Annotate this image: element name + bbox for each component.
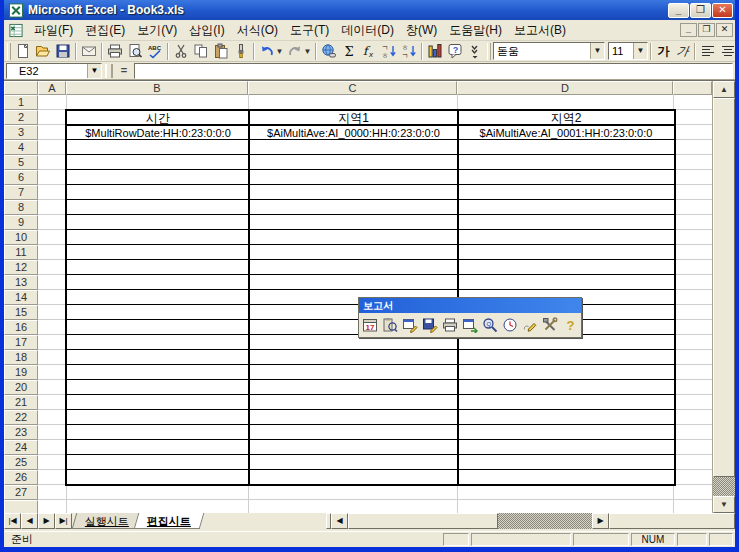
save-icon[interactable] — [53, 41, 73, 61]
row-header-25[interactable]: 25 — [4, 455, 38, 470]
help-icon[interactable]: ? — [445, 41, 465, 61]
open-icon[interactable] — [33, 41, 53, 61]
row-header-13[interactable]: 13 — [4, 275, 38, 290]
print-preview-icon[interactable] — [125, 41, 145, 61]
menu-item[interactable]: 삽입(I) — [183, 20, 230, 41]
report-write-icon[interactable] — [520, 315, 540, 335]
name-box[interactable]: E32 ▼ — [6, 63, 102, 79]
row-header-16[interactable]: 16 — [4, 320, 38, 335]
close-button[interactable]: ✕ — [712, 3, 733, 18]
scroll-right-icon[interactable]: ▶ — [592, 513, 609, 529]
menu-item[interactable]: 편집(E) — [79, 20, 131, 41]
email-icon[interactable] — [79, 41, 99, 61]
formatting-toolbar-grip[interactable] — [487, 43, 491, 60]
redo-icon[interactable]: ▼ — [285, 41, 313, 61]
row-header-11[interactable]: 11 — [4, 245, 38, 260]
chart-wizard-icon[interactable] — [425, 41, 445, 61]
last-sheet-button[interactable]: ▶| — [55, 513, 72, 529]
row-header-26[interactable]: 26 — [4, 470, 38, 485]
font-name-dropdown-icon[interactable]: ▼ — [590, 43, 604, 59]
report-preview-icon[interactable] — [380, 315, 400, 335]
column-header-a[interactable]: A — [38, 81, 66, 95]
row-header-5[interactable]: 5 — [4, 155, 38, 170]
menu-item[interactable]: 파일(F) — [28, 20, 79, 41]
align-left-icon[interactable] — [698, 41, 718, 61]
row-header-24[interactable]: 24 — [4, 440, 38, 455]
standard-toolbar-grip[interactable] — [7, 43, 11, 60]
table-header-cell[interactable]: 지역1 — [249, 111, 458, 125]
font-size-dropdown-icon[interactable]: ▼ — [633, 43, 647, 59]
scroll-left-icon[interactable]: ◀ — [331, 513, 348, 529]
workbook-restore-button[interactable]: ❐ — [698, 23, 715, 37]
menu-item[interactable]: 보고서(B) — [508, 20, 572, 41]
sort-ascending-icon[interactable]: ㄱㅎ — [379, 41, 399, 61]
report-help-icon[interactable]: ? — [560, 315, 580, 335]
report-tools-icon[interactable] — [540, 315, 560, 335]
row-header-22[interactable]: 22 — [4, 410, 38, 425]
row-header-10[interactable]: 10 — [4, 230, 38, 245]
scroll-up-icon[interactable]: ▲ — [713, 81, 735, 98]
column-header-b[interactable]: B — [66, 81, 248, 95]
paste-function-icon[interactable]: fx — [359, 41, 379, 61]
new-workbook-icon[interactable] — [13, 41, 33, 61]
report-open-icon[interactable] — [460, 315, 480, 335]
menu-item[interactable]: 도움말(H) — [443, 20, 508, 41]
row-header-3[interactable]: 3 — [4, 125, 38, 140]
prev-sheet-button[interactable]: ◀ — [21, 513, 38, 529]
report-save-icon[interactable] — [420, 315, 440, 335]
next-sheet-button[interactable]: ▶ — [38, 513, 55, 529]
insert-hyperlink-icon[interactable] — [319, 41, 339, 61]
select-all-corner[interactable] — [4, 81, 38, 95]
column-header[interactable] — [673, 81, 712, 95]
row-header-12[interactable]: 12 — [4, 260, 38, 275]
scroll-down-icon[interactable]: ▼ — [713, 496, 735, 513]
row-header-9[interactable]: 9 — [4, 215, 38, 230]
report-print-icon[interactable] — [440, 315, 460, 335]
horizontal-scroll-track[interactable] — [498, 513, 592, 529]
bold-button[interactable]: 가 — [654, 42, 673, 61]
row-header-19[interactable]: 19 — [4, 365, 38, 380]
horizontal-scroll-thumb[interactable] — [348, 513, 498, 529]
maximize-button[interactable]: ❐ — [690, 3, 711, 18]
sheet-tab-실행시트[interactable]: 실행시트 — [72, 513, 143, 529]
report-date-icon[interactable]: 17 — [360, 315, 380, 335]
row-header-15[interactable]: 15 — [4, 305, 38, 320]
equals-button[interactable]: = — [116, 63, 132, 78]
autosum-icon[interactable]: Σ — [339, 41, 359, 61]
first-sheet-button[interactable]: |◀ — [4, 513, 21, 529]
report-edit-icon[interactable] — [400, 315, 420, 335]
row-header-27[interactable]: 27 — [4, 485, 38, 500]
table-header-cell[interactable]: 시간 — [67, 111, 249, 125]
spelling-icon[interactable]: ABC — [145, 41, 165, 61]
name-box-dropdown-icon[interactable]: ▼ — [87, 64, 101, 78]
table-formula-cell[interactable]: $AiMultiAve:AI_0000:HH:0:23:0:0:0 — [249, 126, 458, 140]
row-header-20[interactable]: 20 — [4, 380, 38, 395]
title-bar[interactable]: Microsoft Excel - Book3.xls _ ❐ ✕ — [4, 0, 735, 20]
table-formula-cell[interactable]: $MultiRowDate:HH:0:23:0:0:0 — [67, 126, 249, 140]
vertical-scroll-track[interactable] — [713, 477, 735, 496]
row-header-1[interactable]: 1 — [4, 95, 38, 110]
font-name-combo[interactable]: 돋움 ▼ — [493, 42, 605, 60]
row-header-7[interactable]: 7 — [4, 185, 38, 200]
row-header-4[interactable]: 4 — [4, 140, 38, 155]
report-toolbar-titlebar[interactable]: 보고서 — [359, 298, 581, 313]
row-header-6[interactable]: 6 — [4, 170, 38, 185]
minimize-button[interactable]: _ — [668, 3, 689, 18]
italic-button[interactable]: 가 — [671, 42, 693, 61]
table-formula-cell[interactable]: $AiMultiAve:AI_0001:HH:0:23:0:0:0 — [458, 126, 674, 140]
vertical-scroll-thumb[interactable] — [713, 98, 735, 477]
workbook-close-button[interactable]: ✕ — [716, 23, 733, 37]
vertical-scrollbar[interactable]: ▲ ▼ — [712, 81, 735, 513]
menu-item[interactable]: 데이터(D) — [335, 20, 400, 41]
report-time-icon[interactable] — [500, 315, 520, 335]
report-zoom-icon[interactable]: Q — [480, 315, 500, 335]
font-size-combo[interactable]: 11 ▼ — [608, 42, 648, 60]
sheet-tab-편집시트[interactable]: 편집시트 — [134, 513, 205, 529]
more-buttons-icon[interactable] — [465, 41, 485, 61]
row-header-21[interactable]: 21 — [4, 395, 38, 410]
copy-icon[interactable] — [191, 41, 211, 61]
formula-input[interactable] — [134, 63, 733, 79]
print-icon[interactable] — [105, 41, 125, 61]
undo-icon[interactable]: ▼ — [257, 41, 285, 61]
cut-icon[interactable] — [171, 41, 191, 61]
